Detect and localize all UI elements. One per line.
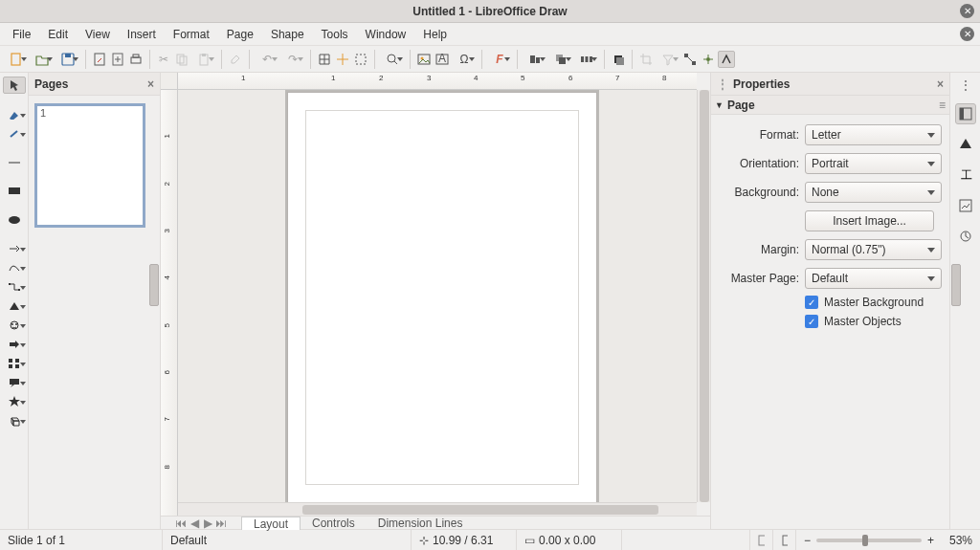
distribute-button[interactable] <box>574 51 599 68</box>
basic-shapes-tool[interactable] <box>3 298 26 314</box>
menu-file[interactable]: File <box>4 25 39 44</box>
menu-insert[interactable]: Insert <box>119 25 165 44</box>
page-section-header[interactable]: ▼ Page ≡ <box>711 96 949 115</box>
toggle-extrusion-button[interactable] <box>718 51 735 68</box>
rail-shapes-tab[interactable] <box>955 134 976 155</box>
svg-rect-17 <box>530 55 535 63</box>
grid-button[interactable] <box>316 51 333 68</box>
connectors-tool[interactable] <box>3 279 26 295</box>
export-button[interactable] <box>109 51 126 68</box>
zoom-slider[interactable] <box>816 539 922 542</box>
page-canvas[interactable] <box>287 92 597 502</box>
snap-guides-button[interactable] <box>334 51 351 68</box>
tab-nav-first-icon[interactable]: ⏮ <box>174 517 188 530</box>
print-button[interactable] <box>127 51 145 68</box>
orientation-dropdown[interactable]: Portrait <box>805 153 942 174</box>
3d-objects-tool[interactable] <box>3 413 26 429</box>
ellipse-tool[interactable] <box>3 212 26 228</box>
sidebar-collapse-handle[interactable] <box>951 264 961 306</box>
toggle-point-edit-button[interactable] <box>681 51 699 68</box>
format-dropdown[interactable]: Letter <box>805 124 942 145</box>
zoom-button[interactable] <box>380 51 405 68</box>
export-pdf-button[interactable] <box>91 51 108 68</box>
save-button[interactable] <box>56 51 80 68</box>
svg-rect-22 <box>586 56 589 62</box>
rectangle-tool[interactable] <box>3 184 26 199</box>
window-close-icon[interactable]: ✕ <box>960 4 974 18</box>
menu-page[interactable]: Page <box>218 25 262 44</box>
stars-tool[interactable] <box>3 394 26 409</box>
rail-properties-tab[interactable] <box>955 103 976 124</box>
zoom-in-button[interactable]: + <box>927 534 934 547</box>
pages-panel-collapse-handle[interactable] <box>149 264 159 306</box>
background-dropdown[interactable]: None <box>805 182 942 203</box>
tab-dimension[interactable]: Dimension Lines <box>367 517 475 530</box>
block-arrows-tool[interactable] <box>3 337 26 352</box>
insert-image-button[interactable] <box>415 51 433 68</box>
rail-gallery-tab[interactable]: 工 <box>955 165 976 186</box>
tab-controls[interactable]: Controls <box>301 517 367 530</box>
line-tool[interactable] <box>3 155 26 170</box>
menu-edit[interactable]: Edit <box>39 25 77 44</box>
curves-polygons-tool[interactable] <box>3 260 26 275</box>
zoom-value[interactable]: 53% <box>940 534 972 547</box>
redo-button: ↷ <box>280 51 305 68</box>
flowchart-tool[interactable] <box>3 356 26 371</box>
lines-arrows-tool[interactable] <box>3 241 26 256</box>
svg-rect-33 <box>9 283 11 285</box>
drawing-area[interactable]: 1 1 2 3 4 5 6 7 8 1 2 3 4 5 6 7 8 <box>161 73 710 529</box>
pages-panel-close-icon[interactable]: × <box>147 77 154 91</box>
shadow-button[interactable] <box>610 51 627 68</box>
svg-rect-10 <box>202 54 206 56</box>
master-background-checkbox[interactable]: ✓ <box>805 296 818 309</box>
align-objects-button[interactable] <box>523 51 547 68</box>
pages-panel-title: Pages <box>34 77 68 91</box>
rail-navigator-tab[interactable] <box>955 195 976 216</box>
helplines-button[interactable] <box>352 51 369 68</box>
section-collapse-icon[interactable]: ▼ <box>715 100 724 110</box>
vertical-ruler[interactable]: 1 2 3 4 5 6 7 8 <box>161 90 178 516</box>
properties-close-icon[interactable]: × <box>937 77 944 91</box>
master-objects-checkbox[interactable]: ✓ <box>805 315 818 328</box>
svg-text:工: 工 <box>961 168 972 182</box>
section-menu-icon[interactable]: ≡ <box>939 99 946 112</box>
status-fit-page-icon[interactable] <box>773 530 796 550</box>
arrange-button[interactable] <box>548 51 573 68</box>
paste-button[interactable] <box>191 51 216 68</box>
zoom-out-button[interactable]: − <box>804 534 811 547</box>
insert-special-char-button[interactable]: Ω <box>452 51 477 68</box>
select-tool[interactable] <box>3 77 26 94</box>
menu-tools[interactable]: Tools <box>313 25 357 44</box>
new-button[interactable] <box>4 51 29 68</box>
symbol-shapes-tool[interactable] <box>3 318 26 333</box>
menu-format[interactable]: Format <box>165 25 218 44</box>
tab-nav-last-icon[interactable]: ⏭ <box>214 517 228 530</box>
rail-styles-tab[interactable] <box>955 226 976 247</box>
sidebar-grip-icon[interactable]: ⋮ <box>717 77 728 91</box>
tab-nav-next-icon[interactable]: ▶ <box>201 517 214 530</box>
master-page-dropdown[interactable]: Default <box>805 268 942 289</box>
horizontal-scrollbar[interactable] <box>178 502 697 516</box>
line-color-tool[interactable] <box>3 126 26 142</box>
callouts-tool[interactable] <box>3 375 26 390</box>
sidebar-settings-icon[interactable]: ⋮ <box>955 77 976 94</box>
menu-window[interactable]: Window <box>357 25 415 44</box>
svg-point-31 <box>9 216 20 224</box>
vertical-scrollbar[interactable] <box>697 90 710 502</box>
insert-fontwork-button[interactable]: F <box>487 51 512 68</box>
page-thumbnail-1[interactable]: 1 <box>34 103 145 228</box>
menu-shape[interactable]: Shape <box>262 25 313 44</box>
document-close-icon[interactable]: ✕ <box>960 27 974 41</box>
tab-layout[interactable]: Layout <box>241 517 301 530</box>
fill-color-tool[interactable] <box>3 107 26 122</box>
menu-help[interactable]: Help <box>414 25 456 44</box>
status-signature-icon[interactable] <box>750 530 773 550</box>
menu-view[interactable]: View <box>77 25 119 44</box>
tab-nav-prev-icon[interactable]: ◀ <box>188 517 201 530</box>
insert-textbox-button[interactable]: A <box>434 51 451 68</box>
insert-image-button-sidebar[interactable]: Insert Image... <box>805 210 934 231</box>
margin-dropdown[interactable]: Normal (0.75") <box>805 239 942 260</box>
open-button[interactable] <box>30 51 55 68</box>
glue-points-button[interactable] <box>700 51 717 68</box>
horizontal-ruler[interactable]: 1 1 2 3 4 5 6 7 8 <box>178 73 697 90</box>
